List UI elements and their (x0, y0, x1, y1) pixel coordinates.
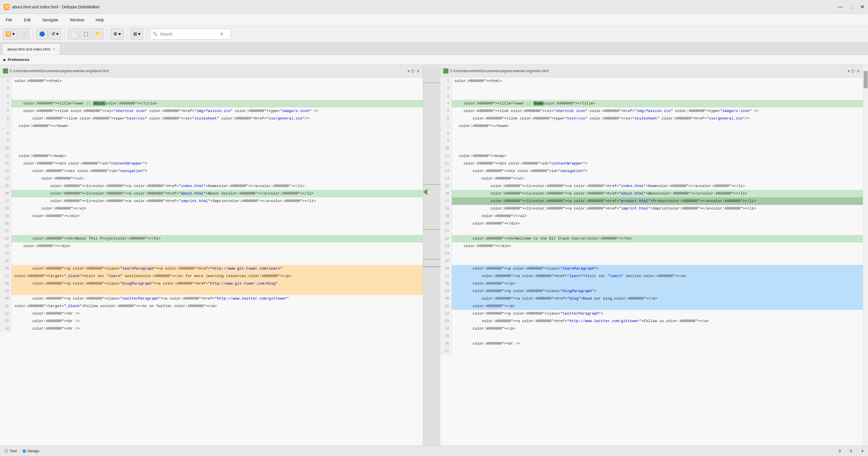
line-code[interactable]: color:#800000"></head> (11, 122, 423, 130)
line-code[interactable] (11, 130, 423, 137)
status-text-checkbox[interactable]: ☐ (5, 449, 8, 453)
right-panel-down-icon[interactable]: ▾ (847, 69, 849, 73)
line-code[interactable]: color:#800000"><br /> (11, 310, 423, 317)
line-code[interactable]: color:#800000"><li>color:#800000"><a col… (452, 190, 863, 197)
file-btn-1[interactable]: 📄 (68, 29, 79, 39)
line-code[interactable]: color:#800000"><li>color:#800000"><a col… (452, 197, 863, 205)
line-code[interactable]: color:#800000"><html> (452, 77, 863, 85)
line-code[interactable]: color:#800000"><link color:#008080">rel=… (11, 107, 423, 115)
menu-edit[interactable]: Edit (22, 17, 33, 23)
left-panel-close-icon[interactable]: ✕ (416, 69, 420, 73)
search-box[interactable]: 🔍 ✕ (150, 29, 231, 39)
line-code[interactable] (452, 250, 863, 257)
line-code[interactable]: color:#800000"></div> (11, 243, 423, 250)
line-code[interactable]: color:#800000"><div color:#008080">id="n… (11, 167, 423, 175)
line-code[interactable]: color:#800000"></div> (452, 243, 863, 250)
line-code[interactable]: color:#800000"><br /> (11, 317, 423, 325)
right-panel-close-icon[interactable]: ✕ (857, 69, 860, 73)
close-button[interactable]: ✕ (860, 4, 865, 10)
line-code[interactable]: color:#800000"></ul> (11, 205, 423, 212)
line-code[interactable]: color:#008080">target="_blank">Follow us… (11, 303, 423, 310)
compare-button[interactable]: 🔵 (37, 29, 48, 39)
line-code[interactable]: color:#800000"><body> (452, 152, 863, 160)
window-controls[interactable]: — ⬜ ✕ (838, 4, 865, 10)
line-code[interactable] (452, 92, 863, 100)
preferences-bar[interactable]: ▶ Preferences (0, 55, 868, 65)
maximize-button[interactable]: ⬜ (849, 4, 855, 10)
menu-file[interactable]: File (3, 17, 15, 23)
line-code[interactable]: color:#800000"><h1>Welcome to the Git Cr… (452, 235, 863, 243)
right-scrollbar[interactable] (863, 65, 868, 446)
line-code[interactable]: color:#800000"><a color:#008080">href="l… (452, 273, 863, 280)
minimize-button[interactable]: — (838, 4, 843, 10)
line-code[interactable]: color:#800000"><a color:#008080">href="b… (452, 295, 863, 303)
line-code[interactable]: color:#800000"></p> (452, 280, 863, 287)
line-code[interactable]: color:#800000"><br /> (452, 340, 863, 347)
line-code[interactable]: color:#800000"><link color:#008080">type… (452, 115, 863, 122)
line-code[interactable]: color:#008080">target="_blank">Visit our… (11, 273, 423, 280)
tab-close-button[interactable]: ✕ (53, 47, 55, 51)
line-code[interactable]: color:#800000"><p color:#008080">class="… (452, 265, 863, 273)
line-code[interactable] (452, 347, 863, 355)
line-code[interactable]: color:#800000"><p color:#008080">class="… (11, 295, 423, 303)
forward-button[interactable]: ⬜ (19, 29, 29, 39)
line-code[interactable]: color:#800000"><div color:#008080">id="c… (452, 160, 863, 167)
line-code[interactable] (11, 145, 423, 152)
file-btn-3[interactable]: 📁 (93, 29, 103, 39)
menu-help[interactable]: Help (93, 17, 106, 23)
line-code[interactable] (11, 227, 423, 235)
line-code[interactable]: color:#800000"><link color:#008080">rel=… (452, 107, 863, 115)
search-clear-icon[interactable]: ✕ (220, 31, 223, 37)
line-code[interactable] (452, 137, 863, 145)
line-code[interactable]: color:#800000"><link color:#008080">type… (11, 115, 423, 122)
line-code[interactable] (11, 137, 423, 145)
line-code[interactable] (452, 145, 863, 152)
line-code[interactable]: color:#800000"><li>color:#800000"><a col… (452, 182, 863, 190)
line-code[interactable]: color:#800000"><title>Tower :: Aboutcolo… (11, 100, 423, 107)
line-code[interactable]: color:#800000"><p color:#008080">class="… (452, 287, 863, 295)
line-code[interactable]: color:#800000"></ul> (452, 212, 863, 220)
line-code[interactable]: color:#800000"></head> (452, 122, 863, 130)
line-code[interactable]: color:#800000"><ul> (452, 175, 863, 182)
line-code[interactable]: color:#800000"><div color:#008080">id="n… (452, 167, 863, 175)
refresh-button[interactable]: ↺ ▾ (49, 29, 61, 39)
back-button[interactable]: 🔀 ▾ (3, 29, 17, 39)
line-code[interactable]: color:#800000"><li>color:#800000"><a col… (11, 190, 423, 197)
line-code[interactable]: color:#800000"><a color:#008080">href="h… (452, 317, 863, 325)
line-code[interactable]: color:#800000"></p> (452, 303, 863, 310)
line-code[interactable] (452, 333, 863, 340)
right-panel-split-icon[interactable]: ⊡ (851, 69, 855, 73)
left-panel-split-icon[interactable]: ⊡ (411, 69, 415, 73)
menu-window[interactable]: Window (67, 17, 87, 23)
line-code[interactable]: color:#800000"><body> (11, 152, 423, 160)
settings-button[interactable]: ⚙ ▾ (111, 29, 123, 39)
line-code[interactable] (452, 227, 863, 235)
line-code[interactable]: color:#800000"><div color:#008080">id="c… (11, 160, 423, 167)
file-btn-2[interactable]: 📋 (81, 29, 91, 39)
left-panel-controls[interactable]: ▾ ⊡ ✕ (407, 69, 420, 73)
line-code[interactable]: color:#800000"><title>Tower :: Homecolor… (452, 100, 863, 107)
line-code[interactable] (11, 220, 423, 227)
line-code[interactable]: color:#800000"><ul> (11, 175, 423, 182)
line-code[interactable]: color:#800000"><html> (11, 77, 423, 85)
line-code[interactable]: color:#800000"></div> (11, 212, 423, 220)
line-code[interactable] (452, 130, 863, 137)
line-code[interactable] (452, 85, 863, 92)
right-panel-controls[interactable]: ▾ ⊡ ✕ (847, 69, 860, 73)
menu-navigate[interactable]: Navigate (40, 17, 61, 23)
line-code[interactable]: color:#800000"></div> (452, 220, 863, 227)
line-code[interactable]: color:#800000"></p> (452, 325, 863, 333)
line-code[interactable] (11, 287, 423, 295)
search-input[interactable] (160, 32, 217, 36)
line-code[interactable] (452, 257, 863, 265)
line-code[interactable]: color:#800000"><p color:#008080">class="… (11, 280, 423, 287)
line-code[interactable]: color:#800000"><li>color:#800000"><a col… (11, 182, 423, 190)
line-code[interactable] (11, 85, 423, 92)
view-button[interactable]: ⊞ ▾ (131, 29, 143, 39)
line-code[interactable]: color:#800000"><li>color:#800000"><a col… (11, 197, 423, 205)
scrollbar-thumb[interactable] (864, 71, 868, 88)
line-code[interactable]: color:#800000"><p color:#008080">class="… (11, 265, 423, 273)
tab-main[interactable]: about.html and index.html ✕ (2, 44, 60, 55)
left-panel-down-icon[interactable]: ▾ (407, 69, 409, 73)
line-code[interactable]: color:#800000"><br /> (11, 325, 423, 333)
